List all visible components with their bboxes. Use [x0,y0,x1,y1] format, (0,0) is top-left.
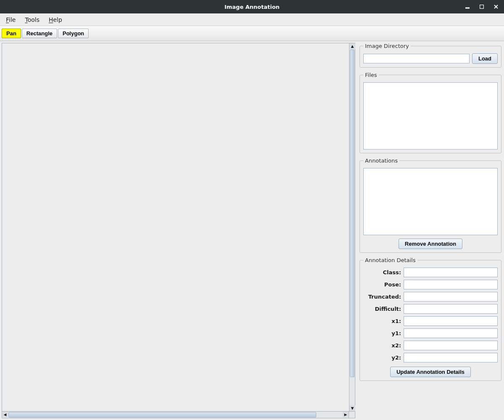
y2-label: y2: [363,354,401,361]
load-button[interactable]: Load [472,53,498,64]
remove-annotation-button[interactable]: Remove Annotation [399,239,462,249]
main-split: ▲ ▼ ◀ ▶ Image Directory Load [0,41,504,420]
canvas-panel: ▲ ▼ ◀ ▶ [0,41,357,420]
update-annotation-details-button[interactable]: Update Annotation Details [390,367,471,377]
scroll-right-arrow-icon[interactable]: ▶ [343,412,349,417]
pose-label: Pose: [363,281,401,288]
class-label: Class: [363,269,401,276]
horizontal-scroll-thumb[interactable] [8,412,316,417]
side-panel: Image Directory Load Files Annotations R… [357,41,504,420]
scroll-left-arrow-icon[interactable]: ◀ [2,412,8,417]
y1-field[interactable] [404,328,498,338]
scroll-up-arrow-icon[interactable]: ▲ [349,43,355,49]
svg-rect-1 [480,5,484,9]
annotations-group: Annotations Remove Annotation [360,158,501,253]
app-window: Image Annotation File Tools Help Pan Rec… [0,0,504,420]
vertical-scrollbar[interactable]: ▲ ▼ [349,43,355,411]
x1-field[interactable] [404,316,498,326]
menu-help[interactable]: Help [45,15,66,25]
files-group: Files [360,72,501,153]
difficult-field[interactable] [404,304,498,314]
image-directory-group: Image Directory Load [360,43,501,68]
annotations-legend: Annotations [363,158,399,164]
minimize-icon [465,5,470,9]
horizontal-scrollbar[interactable]: ◀ ▶ [2,412,349,418]
close-button[interactable] [491,2,501,11]
minimize-button[interactable] [463,2,472,11]
scroll-down-arrow-icon[interactable]: ▼ [349,405,355,411]
class-field[interactable] [404,268,498,277]
menu-file[interactable]: File [3,15,19,25]
window-title: Image Annotation [0,4,504,10]
vertical-scroll-thumb[interactable] [350,50,354,377]
difficult-label: Difficult: [363,306,401,312]
y2-field[interactable] [404,353,498,362]
annotation-details-legend: Annotation Details [363,257,417,263]
truncated-field[interactable] [404,292,498,302]
truncated-label: Truncated: [363,294,401,300]
x2-label: x2: [363,342,401,349]
x1-label: x1: [363,318,401,324]
files-listbox[interactable] [363,82,498,150]
scrollbar-corner [349,412,355,418]
tool-rectangle-toggle[interactable]: Rectangle [22,29,57,38]
horizontal-scrollbar-row: ◀ ▶ [2,412,355,418]
tool-polygon-toggle[interactable]: Polygon [58,29,89,38]
image-canvas[interactable] [2,43,349,411]
tool-pan-toggle[interactable]: Pan [2,29,21,38]
y1-label: y1: [363,330,401,336]
files-legend: Files [363,72,379,78]
menu-bar: File Tools Help [0,13,504,26]
close-icon [494,5,498,9]
window-controls [463,2,501,11]
x2-field[interactable] [404,341,498,350]
title-bar: Image Annotation [0,0,504,13]
menu-tools[interactable]: Tools [21,15,43,25]
horizontal-scroll-track[interactable] [8,412,343,418]
image-directory-field[interactable] [363,54,470,63]
annotation-details-group: Annotation Details Class: Pose: Truncate… [360,257,501,381]
canvas-viewport-frame: ▲ ▼ [2,43,355,412]
pose-field[interactable] [404,280,498,289]
vertical-scroll-track[interactable] [349,49,355,405]
maximize-button[interactable] [477,2,486,11]
svg-rect-0 [465,8,470,8]
image-directory-legend: Image Directory [363,43,411,49]
annotations-listbox[interactable] [363,168,498,235]
tool-toolbar: Pan Rectangle Polygon [0,26,504,41]
maximize-icon [480,5,484,9]
